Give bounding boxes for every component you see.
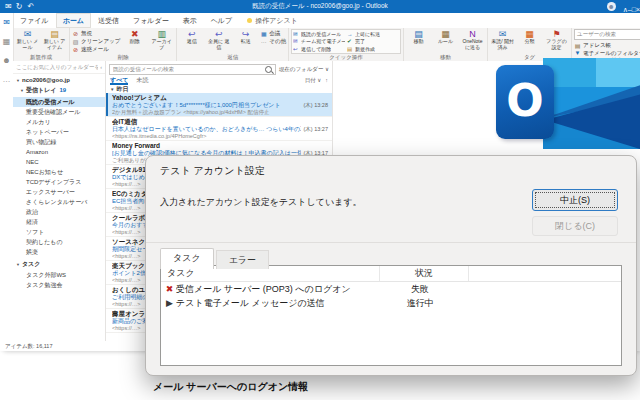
- column-header-status[interactable]: 状況: [380, 266, 469, 281]
- ribbon-button[interactable]: …その他: [260, 37, 286, 45]
- ribbon-button[interactable]: ▦会議: [260, 29, 286, 37]
- ribbon-button[interactable]: ✉未読/ 開封済み: [490, 29, 515, 54]
- address-book-button[interactable]: ▤ アドレス帳: [574, 41, 640, 49]
- folder-item[interactable]: 買い物記録: [13, 137, 105, 147]
- folder-item[interactable]: 契約したもの: [13, 237, 105, 247]
- ribbon-button[interactable]: ↪転送: [233, 29, 258, 54]
- ribbon-tabs: ファイルホーム送受信フォルダー表示ヘルプ 操作アシスト: [13, 13, 640, 29]
- tell-me-label: 操作アシスト: [255, 16, 298, 26]
- quick-step-icon: ↩: [293, 46, 299, 52]
- ribbon-tab[interactable]: ファイル: [13, 13, 56, 28]
- ribbon-group-caption: 移動: [406, 54, 485, 61]
- folder-item[interactable]: タスク勉強会: [13, 280, 105, 290]
- account-root[interactable]: ▼nco2006@goo.jp: [13, 74, 105, 85]
- nav-strip-icon[interactable]: ▦: [3, 37, 11, 46]
- ribbon-tab[interactable]: 送受信: [91, 13, 126, 28]
- ribbon-tab[interactable]: フォルダー: [126, 13, 176, 28]
- tasks-root[interactable]: ▼タスク: [13, 257, 105, 270]
- sort-direction-icon[interactable]: ↑: [325, 77, 328, 84]
- tell-me-search[interactable]: 操作アシスト: [239, 13, 306, 28]
- ribbon-button[interactable]: ▥アーカイブ: [149, 29, 174, 54]
- window-control-button[interactable]: ∧: [623, 6, 628, 13]
- mail-filter-tab[interactable]: 未読: [136, 76, 148, 85]
- ribbon-button[interactable]: ⊘無視: [72, 29, 120, 37]
- account-avatar[interactable]: ☻: [607, 2, 616, 11]
- outlook-tile-icon: O: [496, 65, 554, 139]
- ribbon-group-new: ✉新しい メール▤新しい アイテム 新規作成: [13, 28, 70, 61]
- mail-filter-tab[interactable]: すべて: [110, 76, 128, 85]
- ribbon-button[interactable]: ▨クリーンアップ: [72, 37, 120, 45]
- ribbon-tab[interactable]: ヘルプ: [204, 13, 240, 28]
- quick-step-item[interactable]: ✉チーム宛て電子メー: [293, 38, 345, 46]
- find-contact-input[interactable]: ユーザーの検索: [574, 29, 640, 40]
- item-count: アイテム数: 16,117: [5, 343, 53, 349]
- row-status-value: 失敗: [376, 283, 464, 296]
- quick-step-item[interactable]: ↩返信して削除: [293, 45, 345, 53]
- ribbon-button[interactable]: ▤移動: [406, 29, 431, 54]
- email-date: (木) 13:28: [304, 102, 328, 109]
- window-control-buttons: ∧–□×: [623, 0, 640, 16]
- ribbon-button[interactable]: ▦ルール: [433, 29, 458, 54]
- row-status-icon: ▶: [163, 298, 176, 308]
- ribbon-tab[interactable]: ホーム: [56, 13, 91, 28]
- quick-access-icon[interactable]: ↻: [16, 0, 23, 13]
- folder-item[interactable]: TCDデザインプラス: [13, 177, 105, 187]
- ribbon-button[interactable]: ✉新しい メール: [15, 29, 40, 54]
- quick-access-icon[interactable]: ↶: [27, 0, 34, 13]
- folder-item[interactable]: Amazon: [13, 147, 105, 157]
- outlook-logo: O: [496, 55, 640, 152]
- folder-item[interactable]: ソフト: [13, 227, 105, 237]
- folder-item[interactable]: エックスサーバー: [13, 187, 105, 197]
- ribbon-button[interactable]: ⚑フラグの 設定: [544, 29, 569, 54]
- window-title: 既読の受信メール - nco2006@goo.jp - Outlook: [100, 2, 540, 11]
- mail-group-header[interactable]: ▼昨日: [106, 85, 332, 93]
- folder-item[interactable]: NECお知らせ: [13, 167, 105, 177]
- ribbon-button[interactable]: ↩全員に 返信: [206, 29, 231, 54]
- quick-step-item[interactable]: ▤新規作成: [347, 45, 399, 53]
- table-row[interactable]: ▶ テスト電子メール メッセージの送信 進行中: [161, 296, 621, 310]
- folder-item[interactable]: 経済: [13, 217, 105, 227]
- ribbon-button[interactable]: ⊘迷惑メール: [72, 45, 120, 53]
- stop-button[interactable]: 中止(S): [532, 189, 618, 211]
- ribbon-group-respond: ↩返信↩全員に 返信↪転送▦会議…その他 返信: [177, 28, 289, 61]
- ribbon-group-caption: 新規作成: [15, 54, 67, 61]
- ribbon-button[interactable]: NOneNote に送る: [460, 29, 485, 54]
- folder-item[interactable]: 政治: [13, 207, 105, 217]
- collapse-pane-icon[interactable]: ‹: [100, 64, 102, 70]
- quick-step-item[interactable]: →上司に転送: [347, 30, 399, 38]
- nav-strip-icon[interactable]: …: [3, 75, 11, 84]
- email-list-item[interactable]: 会IT通信 日本人はなぜロードを置いているのか、おどろきがち… つらい4年の工事…: [106, 117, 332, 141]
- sort-controls: 日付 ∨ ↑: [305, 77, 328, 84]
- folder-item[interactable]: 既読の受信メール: [13, 97, 105, 107]
- folder-item[interactable]: タスク外部WS: [13, 270, 105, 280]
- ribbon-button-icon: ▨: [72, 38, 79, 45]
- nav-strip-icon[interactable]: ☻: [2, 56, 10, 65]
- ribbon-button[interactable]: ▤新しい アイテム: [42, 29, 67, 54]
- folder-item[interactable]: 重要受信確認メール: [13, 107, 105, 117]
- folder-item[interactable]: ネットペーパー: [13, 127, 105, 137]
- task-folder-list: タスク外部WSタスク勉強会: [13, 270, 105, 290]
- ribbon-button-icon: ⊘: [72, 46, 79, 53]
- inbox-folder[interactable]: ▼受信トレイ19: [13, 85, 105, 97]
- ribbon-button[interactable]: ▦分類: [517, 29, 542, 54]
- quick-step-item[interactable]: ✔完了: [347, 38, 399, 46]
- sort-by-dropdown[interactable]: 日付 ∨: [305, 77, 322, 84]
- row-status-value: 進行中: [376, 297, 464, 310]
- folder-item[interactable]: 娯楽: [13, 247, 105, 257]
- window-control-button[interactable]: ×: [636, 6, 640, 13]
- search-scope-dropdown[interactable]: 現在のフォルダー ∨: [279, 66, 329, 73]
- dialog-tab[interactable]: エラー: [216, 250, 269, 269]
- close-button[interactable]: 閉じる(C): [532, 216, 618, 236]
- ribbon-tab[interactable]: 表示: [176, 13, 204, 28]
- dialog-tab[interactable]: タスク: [160, 248, 214, 269]
- folder-item[interactable]: さくらレンタルサーバ: [13, 197, 105, 207]
- folder-item[interactable]: NEC: [13, 157, 105, 167]
- quick-step-item[interactable]: ✉既読の受信メール: [293, 30, 345, 38]
- table-row[interactable]: ✖ 受信メール サーバー (POP3) へのログオン 失敗: [161, 282, 621, 296]
- folder-item[interactable]: メルカリ: [13, 117, 105, 127]
- nav-strip-icon[interactable]: ✉: [3, 18, 10, 27]
- ribbon-button[interactable]: ↩返信: [179, 29, 204, 54]
- email-list-item[interactable]: Yahoo!プレミアム おめでとうございます！5d********様に1,000…: [106, 93, 332, 117]
- search-input[interactable]: 既読の受信メールの検索: [109, 64, 276, 75]
- ribbon-button[interactable]: ✖削除: [122, 29, 147, 54]
